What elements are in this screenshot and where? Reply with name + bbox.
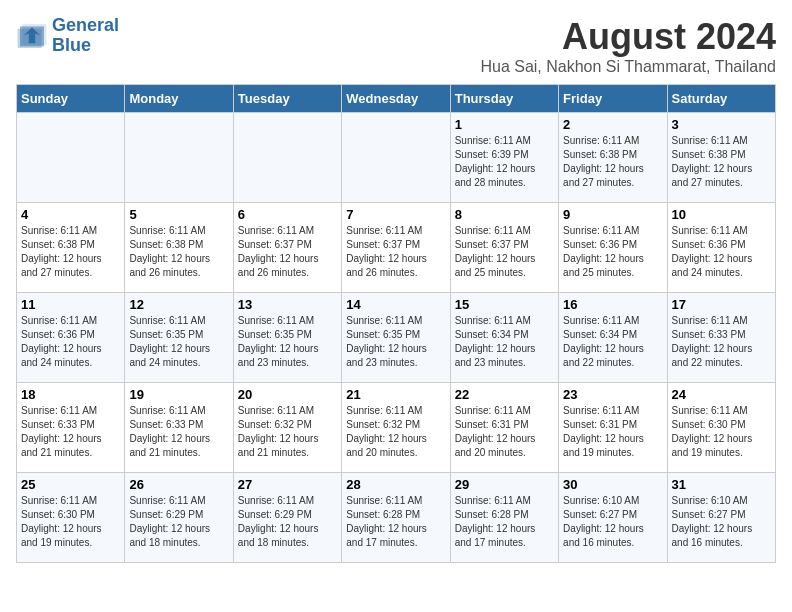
day-number: 6 [238, 207, 337, 222]
header-cell-thursday: Thursday [450, 85, 558, 113]
page-subtitle: Hua Sai, Nakhon Si Thammarat, Thailand [480, 58, 776, 76]
calendar-cell: 14Sunrise: 6:11 AM Sunset: 6:35 PM Dayli… [342, 293, 450, 383]
day-number: 19 [129, 387, 228, 402]
calendar-cell: 11Sunrise: 6:11 AM Sunset: 6:36 PM Dayli… [17, 293, 125, 383]
calendar-cell: 31Sunrise: 6:10 AM Sunset: 6:27 PM Dayli… [667, 473, 775, 563]
logo-line1: General [52, 15, 119, 35]
day-info: Sunrise: 6:11 AM Sunset: 6:35 PM Dayligh… [129, 314, 228, 370]
day-info: Sunrise: 6:11 AM Sunset: 6:30 PM Dayligh… [672, 404, 771, 460]
header-cell-wednesday: Wednesday [342, 85, 450, 113]
calendar-cell: 12Sunrise: 6:11 AM Sunset: 6:35 PM Dayli… [125, 293, 233, 383]
day-info: Sunrise: 6:11 AM Sunset: 6:30 PM Dayligh… [21, 494, 120, 550]
day-number: 27 [238, 477, 337, 492]
calendar-cell: 19Sunrise: 6:11 AM Sunset: 6:33 PM Dayli… [125, 383, 233, 473]
calendar-cell: 26Sunrise: 6:11 AM Sunset: 6:29 PM Dayli… [125, 473, 233, 563]
logo-text: General Blue [52, 16, 119, 56]
day-number: 11 [21, 297, 120, 312]
calendar-cell: 23Sunrise: 6:11 AM Sunset: 6:31 PM Dayli… [559, 383, 667, 473]
day-number: 10 [672, 207, 771, 222]
day-number: 21 [346, 387, 445, 402]
day-info: Sunrise: 6:11 AM Sunset: 6:31 PM Dayligh… [563, 404, 662, 460]
calendar-cell: 16Sunrise: 6:11 AM Sunset: 6:34 PM Dayli… [559, 293, 667, 383]
page-title: August 2024 [480, 16, 776, 58]
header-cell-monday: Monday [125, 85, 233, 113]
calendar-week-2: 4Sunrise: 6:11 AM Sunset: 6:38 PM Daylig… [17, 203, 776, 293]
calendar-cell: 4Sunrise: 6:11 AM Sunset: 6:38 PM Daylig… [17, 203, 125, 293]
header-cell-tuesday: Tuesday [233, 85, 341, 113]
calendar-cell [17, 113, 125, 203]
day-number: 7 [346, 207, 445, 222]
day-info: Sunrise: 6:11 AM Sunset: 6:29 PM Dayligh… [238, 494, 337, 550]
calendar-cell: 21Sunrise: 6:11 AM Sunset: 6:32 PM Dayli… [342, 383, 450, 473]
calendar-table: SundayMondayTuesdayWednesdayThursdayFrid… [16, 84, 776, 563]
calendar-cell: 24Sunrise: 6:11 AM Sunset: 6:30 PM Dayli… [667, 383, 775, 473]
day-info: Sunrise: 6:11 AM Sunset: 6:34 PM Dayligh… [455, 314, 554, 370]
day-info: Sunrise: 6:11 AM Sunset: 6:28 PM Dayligh… [455, 494, 554, 550]
logo-line2: Blue [52, 35, 91, 55]
day-info: Sunrise: 6:11 AM Sunset: 6:35 PM Dayligh… [238, 314, 337, 370]
day-number: 1 [455, 117, 554, 132]
calendar-week-1: 1Sunrise: 6:11 AM Sunset: 6:39 PM Daylig… [17, 113, 776, 203]
calendar-cell [342, 113, 450, 203]
day-info: Sunrise: 6:11 AM Sunset: 6:32 PM Dayligh… [346, 404, 445, 460]
day-info: Sunrise: 6:11 AM Sunset: 6:32 PM Dayligh… [238, 404, 337, 460]
header-cell-friday: Friday [559, 85, 667, 113]
calendar-cell: 18Sunrise: 6:11 AM Sunset: 6:33 PM Dayli… [17, 383, 125, 473]
calendar-cell: 30Sunrise: 6:10 AM Sunset: 6:27 PM Dayli… [559, 473, 667, 563]
day-info: Sunrise: 6:10 AM Sunset: 6:27 PM Dayligh… [563, 494, 662, 550]
calendar-cell: 25Sunrise: 6:11 AM Sunset: 6:30 PM Dayli… [17, 473, 125, 563]
day-number: 29 [455, 477, 554, 492]
day-info: Sunrise: 6:11 AM Sunset: 6:35 PM Dayligh… [346, 314, 445, 370]
day-number: 22 [455, 387, 554, 402]
day-number: 20 [238, 387, 337, 402]
day-info: Sunrise: 6:11 AM Sunset: 6:38 PM Dayligh… [672, 134, 771, 190]
calendar-cell: 20Sunrise: 6:11 AM Sunset: 6:32 PM Dayli… [233, 383, 341, 473]
day-number: 24 [672, 387, 771, 402]
logo-icon [16, 22, 48, 50]
day-info: Sunrise: 6:11 AM Sunset: 6:37 PM Dayligh… [455, 224, 554, 280]
calendar-cell [125, 113, 233, 203]
logo: General Blue [16, 16, 119, 56]
header-cell-sunday: Sunday [17, 85, 125, 113]
calendar-cell: 7Sunrise: 6:11 AM Sunset: 6:37 PM Daylig… [342, 203, 450, 293]
day-number: 8 [455, 207, 554, 222]
calendar-cell: 15Sunrise: 6:11 AM Sunset: 6:34 PM Dayli… [450, 293, 558, 383]
calendar-cell [233, 113, 341, 203]
day-number: 12 [129, 297, 228, 312]
calendar-cell: 6Sunrise: 6:11 AM Sunset: 6:37 PM Daylig… [233, 203, 341, 293]
day-number: 13 [238, 297, 337, 312]
day-number: 26 [129, 477, 228, 492]
day-info: Sunrise: 6:11 AM Sunset: 6:38 PM Dayligh… [129, 224, 228, 280]
calendar-cell: 28Sunrise: 6:11 AM Sunset: 6:28 PM Dayli… [342, 473, 450, 563]
calendar-cell: 8Sunrise: 6:11 AM Sunset: 6:37 PM Daylig… [450, 203, 558, 293]
calendar-cell: 5Sunrise: 6:11 AM Sunset: 6:38 PM Daylig… [125, 203, 233, 293]
day-number: 31 [672, 477, 771, 492]
calendar-cell: 22Sunrise: 6:11 AM Sunset: 6:31 PM Dayli… [450, 383, 558, 473]
day-info: Sunrise: 6:11 AM Sunset: 6:36 PM Dayligh… [672, 224, 771, 280]
day-info: Sunrise: 6:11 AM Sunset: 6:37 PM Dayligh… [346, 224, 445, 280]
calendar-cell: 27Sunrise: 6:11 AM Sunset: 6:29 PM Dayli… [233, 473, 341, 563]
day-number: 18 [21, 387, 120, 402]
calendar-cell: 3Sunrise: 6:11 AM Sunset: 6:38 PM Daylig… [667, 113, 775, 203]
page-header: General Blue August 2024 Hua Sai, Nakhon… [16, 16, 776, 76]
day-number: 28 [346, 477, 445, 492]
day-info: Sunrise: 6:11 AM Sunset: 6:34 PM Dayligh… [563, 314, 662, 370]
day-info: Sunrise: 6:11 AM Sunset: 6:36 PM Dayligh… [21, 314, 120, 370]
day-info: Sunrise: 6:11 AM Sunset: 6:29 PM Dayligh… [129, 494, 228, 550]
calendar-cell: 1Sunrise: 6:11 AM Sunset: 6:39 PM Daylig… [450, 113, 558, 203]
header-cell-saturday: Saturday [667, 85, 775, 113]
calendar-week-3: 11Sunrise: 6:11 AM Sunset: 6:36 PM Dayli… [17, 293, 776, 383]
day-info: Sunrise: 6:11 AM Sunset: 6:39 PM Dayligh… [455, 134, 554, 190]
calendar-cell: 10Sunrise: 6:11 AM Sunset: 6:36 PM Dayli… [667, 203, 775, 293]
day-number: 17 [672, 297, 771, 312]
day-number: 30 [563, 477, 662, 492]
day-number: 9 [563, 207, 662, 222]
day-number: 2 [563, 117, 662, 132]
day-info: Sunrise: 6:11 AM Sunset: 6:33 PM Dayligh… [672, 314, 771, 370]
calendar-cell: 9Sunrise: 6:11 AM Sunset: 6:36 PM Daylig… [559, 203, 667, 293]
header-row: SundayMondayTuesdayWednesdayThursdayFrid… [17, 85, 776, 113]
calendar-cell: 29Sunrise: 6:11 AM Sunset: 6:28 PM Dayli… [450, 473, 558, 563]
day-info: Sunrise: 6:11 AM Sunset: 6:33 PM Dayligh… [21, 404, 120, 460]
day-info: Sunrise: 6:11 AM Sunset: 6:28 PM Dayligh… [346, 494, 445, 550]
day-number: 23 [563, 387, 662, 402]
